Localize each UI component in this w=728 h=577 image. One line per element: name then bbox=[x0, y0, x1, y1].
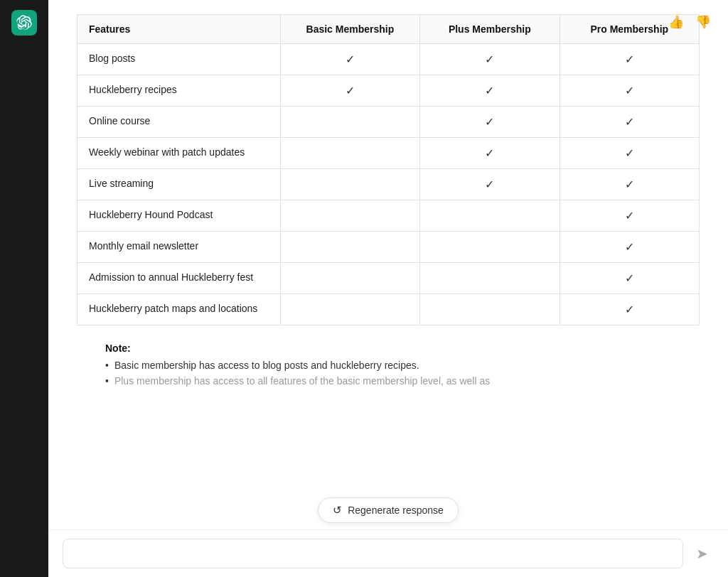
note-item-2: Plus membership has access to all featur… bbox=[105, 375, 671, 387]
check-icon: ✓ bbox=[485, 53, 494, 65]
note-section: Note: Basic membership has access to blo… bbox=[77, 343, 700, 391]
features-header: Features bbox=[77, 15, 281, 44]
plus-cell bbox=[420, 294, 560, 325]
basic-cell bbox=[280, 263, 419, 294]
plus-cell bbox=[420, 232, 560, 263]
thumbs-down-button[interactable]: 👎 bbox=[692, 11, 714, 33]
table-row: Huckleberry patch maps and locations✓ bbox=[77, 294, 700, 325]
basic-cell bbox=[280, 232, 419, 263]
app-container: 👍 👎 Features Basic Membership Plus Membe… bbox=[0, 0, 728, 577]
chat-input[interactable] bbox=[63, 539, 683, 568]
table-row: Blog posts✓✓✓ bbox=[77, 44, 700, 75]
note-list: Basic membership has access to blog post… bbox=[105, 360, 671, 387]
pro-cell: ✓ bbox=[560, 169, 699, 200]
basic-cell bbox=[280, 138, 419, 169]
feature-cell: Huckleberry Hound Podcast bbox=[77, 200, 281, 232]
basic-cell bbox=[280, 107, 419, 138]
feature-cell: Huckleberry recipes bbox=[77, 75, 281, 107]
check-icon: ✓ bbox=[625, 272, 634, 284]
send-button[interactable]: ➤ bbox=[690, 542, 714, 565]
table-row: Weekly webinar with patch updates✓✓ bbox=[77, 138, 700, 169]
pro-cell: ✓ bbox=[560, 200, 699, 232]
check-icon: ✓ bbox=[625, 85, 634, 97]
basic-cell bbox=[280, 294, 419, 325]
check-icon: ✓ bbox=[625, 210, 634, 222]
main-content: 👍 👎 Features Basic Membership Plus Membe… bbox=[48, 0, 728, 577]
plus-cell: ✓ bbox=[420, 75, 560, 107]
feature-cell: Online course bbox=[77, 107, 281, 138]
note-item-1: Basic membership has access to blog post… bbox=[105, 360, 671, 371]
comparison-table: Features Basic Membership Plus Membershi… bbox=[77, 14, 700, 325]
check-icon: ✓ bbox=[485, 147, 494, 159]
regenerate-icon: ↺ bbox=[333, 504, 342, 517]
table-row: Online course✓✓ bbox=[77, 107, 700, 138]
send-icon: ➤ bbox=[696, 546, 708, 561]
check-icon: ✓ bbox=[346, 53, 355, 65]
table-row: Huckleberry recipes✓✓✓ bbox=[77, 75, 700, 107]
plus-cell: ✓ bbox=[420, 169, 560, 200]
pro-cell: ✓ bbox=[560, 294, 699, 325]
note-title: Note: bbox=[105, 343, 671, 354]
feature-cell: Weekly webinar with patch updates bbox=[77, 138, 281, 169]
check-icon: ✓ bbox=[625, 178, 634, 190]
pro-cell: ✓ bbox=[560, 263, 699, 294]
logo bbox=[11, 10, 37, 36]
feature-cell: Live streaming bbox=[77, 169, 281, 200]
feature-cell: Admission to annual Huckleberry fest bbox=[77, 263, 281, 294]
pro-cell: ✓ bbox=[560, 75, 699, 107]
pro-cell: ✓ bbox=[560, 232, 699, 263]
feature-cell: Monthly email newsletter bbox=[77, 232, 281, 263]
basic-cell bbox=[280, 169, 419, 200]
input-bar: ➤ bbox=[48, 529, 728, 577]
check-icon: ✓ bbox=[625, 53, 634, 65]
basic-header: Basic Membership bbox=[280, 15, 419, 44]
pro-cell: ✓ bbox=[560, 44, 699, 75]
check-icon: ✓ bbox=[625, 303, 634, 316]
plus-cell: ✓ bbox=[420, 44, 560, 75]
plus-header: Plus Membership bbox=[420, 15, 560, 44]
pro-cell: ✓ bbox=[560, 107, 699, 138]
plus-cell bbox=[420, 263, 560, 294]
check-icon: ✓ bbox=[485, 178, 494, 190]
table-row: Monthly email newsletter✓ bbox=[77, 232, 700, 263]
plus-cell: ✓ bbox=[420, 138, 560, 169]
basic-cell bbox=[280, 200, 419, 232]
regenerate-label: Regenerate response bbox=[348, 505, 444, 516]
check-icon: ✓ bbox=[346, 85, 355, 97]
feedback-icons: 👍 👎 bbox=[665, 11, 714, 33]
chat-area: Features Basic Membership Plus Membershi… bbox=[48, 0, 728, 529]
sidebar bbox=[0, 0, 48, 577]
basic-cell: ✓ bbox=[280, 75, 419, 107]
table-row: Live streaming✓✓ bbox=[77, 169, 700, 200]
basic-cell: ✓ bbox=[280, 44, 419, 75]
feature-cell: Huckleberry patch maps and locations bbox=[77, 294, 281, 325]
table-row: Admission to annual Huckleberry fest✓ bbox=[77, 263, 700, 294]
plus-cell bbox=[420, 200, 560, 232]
table-row: Huckleberry Hound Podcast✓ bbox=[77, 200, 700, 232]
check-icon: ✓ bbox=[485, 85, 494, 97]
check-icon: ✓ bbox=[485, 116, 494, 128]
check-icon: ✓ bbox=[625, 116, 634, 128]
feature-cell: Blog posts bbox=[77, 44, 281, 75]
regenerate-button[interactable]: ↺ Regenerate response bbox=[318, 497, 459, 523]
thumbs-up-button[interactable]: 👍 bbox=[665, 11, 687, 33]
openai-logo-icon bbox=[16, 15, 32, 31]
plus-cell: ✓ bbox=[420, 107, 560, 138]
check-icon: ✓ bbox=[625, 147, 634, 159]
pro-cell: ✓ bbox=[560, 138, 699, 169]
check-icon: ✓ bbox=[625, 241, 634, 253]
